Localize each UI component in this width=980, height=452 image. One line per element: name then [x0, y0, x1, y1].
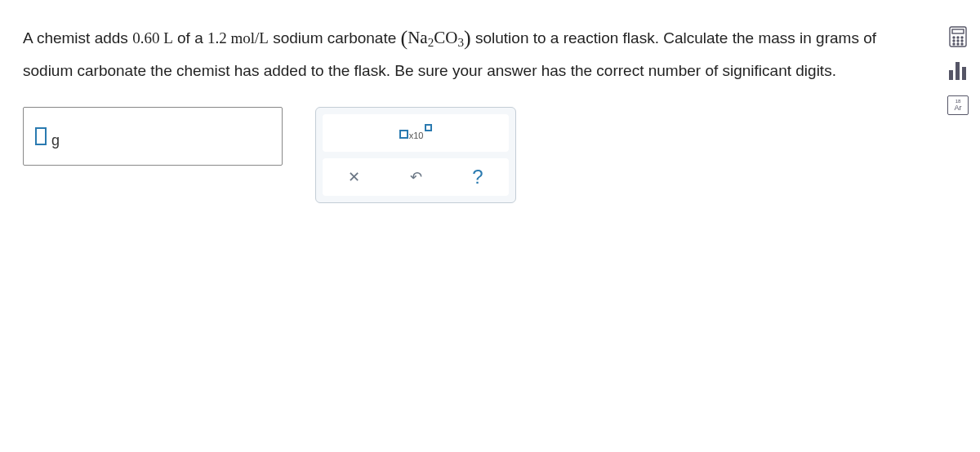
- svg-point-4: [961, 37, 963, 38]
- svg-point-5: [953, 40, 955, 42]
- bar-chart-icon: [947, 62, 969, 80]
- svg-rect-13: [962, 67, 966, 80]
- calculator-button[interactable]: [946, 24, 970, 49]
- svg-point-2: [953, 37, 955, 38]
- answer-placeholder-icon: [35, 127, 47, 145]
- reset-button[interactable]: ↶: [391, 162, 440, 193]
- side-toolbar: 18 Ar: [946, 24, 970, 117]
- clear-button[interactable]: ✕: [329, 162, 378, 193]
- svg-point-7: [961, 40, 963, 42]
- answer-unit: g: [51, 132, 60, 149]
- q-part-1b: of a: [173, 29, 207, 47]
- question-text: A chemist adds 0.60 L of a 1.2 mol/L sod…: [23, 20, 908, 84]
- sci-base-placeholder-icon: [399, 130, 408, 139]
- q-part-1c: sodium carbonate: [269, 29, 401, 47]
- sci-exp-placeholder-icon: [425, 124, 432, 131]
- pt-symbol: Ar: [955, 104, 962, 112]
- graph-button[interactable]: [946, 59, 970, 83]
- svg-point-8: [953, 43, 955, 45]
- element-tile-icon: 18 Ar: [947, 95, 969, 115]
- sci-x10-label: x10: [409, 131, 424, 140]
- q-part-1a: A chemist adds: [23, 29, 132, 47]
- answer-input-box[interactable]: g: [23, 107, 283, 166]
- help-button[interactable]: ?: [453, 162, 502, 193]
- q-volume: 0.60 L: [132, 29, 173, 47]
- q-conc: 1.2 mol/L: [207, 29, 269, 47]
- svg-rect-12: [956, 62, 960, 80]
- keypad-panel: x10 ✕ ↶ ?: [315, 107, 516, 203]
- sci-notation-button[interactable]: x10: [323, 114, 509, 152]
- svg-point-6: [957, 40, 959, 42]
- svg-rect-11: [949, 70, 953, 80]
- periodic-table-button[interactable]: 18 Ar: [946, 93, 970, 117]
- svg-point-3: [957, 37, 959, 38]
- question-mark-icon: ?: [472, 166, 483, 188]
- svg-rect-1: [952, 29, 964, 33]
- calculator-icon: [949, 26, 967, 47]
- x-icon: ✕: [348, 168, 360, 186]
- svg-point-10: [961, 43, 963, 45]
- svg-point-9: [957, 43, 959, 45]
- undo-icon: ↶: [410, 168, 422, 186]
- chemical-formula: (Na2CO3): [401, 28, 471, 47]
